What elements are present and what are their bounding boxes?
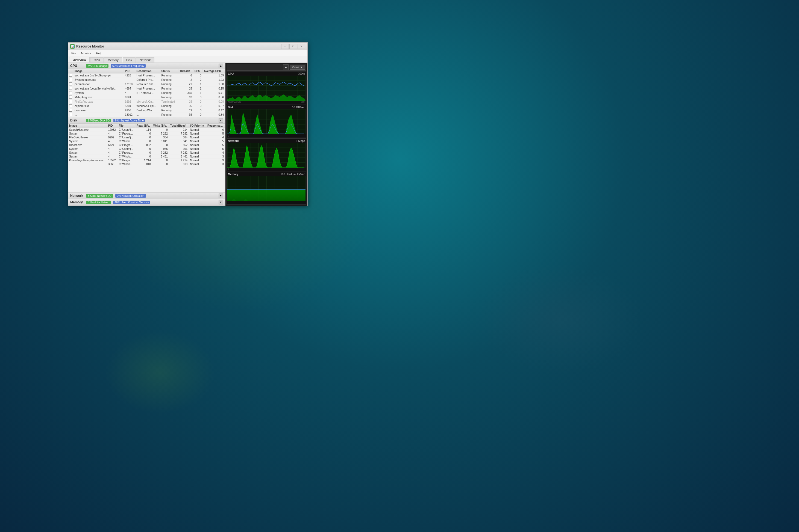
table-row[interactable]: System 4 C:\Windo... 0 5 041 5 041 Norma… — [68, 139, 225, 143]
table-row[interactable]: explorer.exe 5304 Windows Expl... Runnin… — [68, 104, 225, 108]
cpu-section-title: CPU — [70, 64, 84, 68]
row-cpu: 0 — [193, 100, 202, 104]
row-pid: 4 — [107, 139, 117, 143]
network-section-title: Network — [70, 194, 84, 197]
row-checkbox[interactable] — [68, 113, 73, 117]
tab-disk[interactable]: Disk — [123, 57, 135, 62]
tab-cpu[interactable]: CPU — [90, 57, 104, 62]
row-response: 5 — [206, 147, 225, 151]
cpu-section-header[interactable]: CPU 8% CPU Usage 62% Maximum Frequency ▲ — [68, 63, 225, 69]
disk-section-header[interactable]: Disk 2 MB/sec Disk I/O 9% Highest Active… — [68, 117, 225, 124]
title-bar: 📊 Resource Monitor − □ ✕ — [68, 43, 307, 50]
table-row[interactable]: System 4 C:\Windo... 0 5 461 5 461 Norma… — [68, 155, 225, 158]
row-checkbox[interactable] — [68, 73, 73, 78]
network-section-header[interactable]: Network 3 Kbps Network I/O 0% Network Ut… — [68, 193, 225, 199]
views-button[interactable]: Views ▼ — [290, 65, 305, 70]
cpu-graph-panel: CPU 100% 60 Seconds 0% — [226, 71, 306, 104]
table-row[interactable]: System 4 C:\Users\j... 0 956 956 Normal … — [68, 147, 225, 151]
expand-button[interactable]: ▶ — [283, 64, 289, 70]
network-graph-labels: 0 — [228, 168, 306, 170]
close-button[interactable]: ✕ — [297, 44, 305, 49]
row-checkbox[interactable] — [68, 100, 73, 104]
table-row[interactable]: svchost.exe (InvSvcGroup -p) 4228 Host P… — [68, 73, 225, 78]
row-priority: Normal — [189, 163, 206, 166]
row-checkbox[interactable] — [68, 78, 73, 82]
table-row[interactable]: System 4 NT Kernel & ... Running 365 1 0… — [68, 91, 225, 95]
col-image: Image — [73, 69, 124, 73]
table-row[interactable]: PowerToys.FancyZones.exe 15592 C:\Progra… — [68, 158, 225, 163]
tab-network[interactable]: Network — [136, 57, 154, 62]
col-total-d: Total (B/sec) — [169, 124, 188, 128]
cpu-graph-label-left: 60 Seconds — [228, 101, 241, 103]
row-checkbox[interactable] — [68, 95, 73, 100]
table-row[interactable]: MsMpEng.exe 6324 Running 62 0 0.56 — [68, 95, 225, 100]
row-image: System — [68, 147, 107, 151]
row-file: C:\Progra... — [117, 158, 135, 163]
table-row[interactable]: System 4 C:\Progra... 0 7 282 7 282 Norm… — [68, 132, 225, 136]
table-row[interactable]: System Interrupts Deferred Pro... Runnin… — [68, 78, 225, 82]
row-total: 384 — [169, 136, 188, 139]
row-image: MsMpEng.exe — [73, 95, 124, 100]
views-label: Views — [292, 66, 299, 69]
row-image: SearchHost.exe — [68, 128, 107, 132]
row-status: Running — [160, 104, 178, 108]
row-cpu: 0 — [193, 95, 202, 100]
row-avg-cpu: 0.15 — [202, 87, 225, 91]
table-row[interactable]: FileCoAuth.exe 9292 C:\Users\j... 0 384 … — [68, 136, 225, 139]
row-checkbox[interactable] — [68, 108, 73, 113]
network-collapse-button[interactable]: ▼ — [219, 193, 223, 198]
row-total: 862 — [169, 143, 188, 147]
memory-graph-panel: Memory 100 Hard Faults/sec 0 — [226, 172, 306, 205]
table-row[interactable]: dllhost.exe 6724 C:\Progra... 862 0 862 … — [68, 143, 225, 147]
minimize-button[interactable]: − — [281, 44, 289, 49]
col-image-d: Image — [68, 124, 107, 128]
menu-file[interactable]: File — [69, 51, 78, 55]
network-graph-canvas — [228, 143, 306, 168]
row-avg-cpu: 1.23 — [202, 78, 225, 82]
row-pid: 4 — [124, 91, 135, 95]
cpu-table-container: Image PID Description Status Threads CPU… — [68, 69, 225, 117]
memory-section-header[interactable]: Memory 0 Hard Faults/sec 46% Used Physic… — [68, 199, 225, 206]
table-row[interactable]: ... 3060 C:\Windo... 010 0 010 Normal 3 — [68, 163, 225, 166]
row-cpu: 1 — [193, 82, 202, 87]
row-total: 7 282 — [169, 151, 188, 155]
table-row[interactable]: FileCoAuth.exe 9292 Microsoft On... Term… — [68, 100, 225, 104]
table-row[interactable]: perfmon.exe 17120 Resource and... Runnin… — [68, 82, 225, 87]
menu-help[interactable]: Help — [94, 51, 104, 55]
row-write: 384 — [152, 136, 169, 139]
row-pid: 6324 — [124, 95, 135, 100]
row-status: Running — [160, 91, 178, 95]
row-checkbox[interactable] — [68, 104, 73, 108]
table-row[interactable]: SearchHost.exe 12032 C:\Users\j... 114 0… — [68, 128, 225, 132]
row-threads: 365 — [178, 91, 194, 95]
cpu-collapse-button[interactable]: ▲ — [219, 63, 223, 68]
row-image: System — [68, 139, 107, 143]
row-checkbox[interactable] — [68, 82, 73, 87]
row-pid: 9956 — [124, 108, 135, 113]
row-total: 5 041 — [169, 139, 188, 143]
row-image: dwm.exe — [73, 108, 124, 113]
window-icon: 📊 — [70, 44, 75, 49]
row-cpu: 1 — [193, 91, 202, 95]
disk-graph-value: 10 MB/sec — [292, 106, 305, 109]
tab-overview[interactable]: Overview — [69, 57, 90, 62]
row-write: 0 — [152, 128, 169, 132]
row-desc — [135, 95, 160, 100]
col-write-d: Write (B/s. — [152, 124, 169, 128]
memory-collapse-button[interactable]: ▼ — [219, 200, 223, 205]
row-threads: 19 — [178, 108, 194, 113]
row-avg-cpu: 1.39 — [202, 73, 225, 78]
table-row[interactable]: ... 13012 ... Running 35 0 0.34 — [68, 113, 225, 117]
table-row[interactable]: dwm.exe 9956 Desktop Win... Running 19 0… — [68, 108, 225, 113]
tab-memory[interactable]: Memory — [104, 57, 122, 62]
table-row[interactable]: svchost.exe (LocalServiceNoNet... 4684 H… — [68, 87, 225, 91]
cpu-graph-title-row: CPU 100% — [228, 72, 306, 76]
row-image: System — [68, 155, 107, 158]
row-image: svchost.exe (LocalServiceNoNet... — [73, 87, 124, 91]
maximize-button[interactable]: □ — [289, 44, 297, 49]
disk-collapse-button[interactable]: ▲ — [219, 118, 223, 122]
table-row[interactable]: System 4 C:\Progra... 0 7 282 7 282 Norm… — [68, 151, 225, 155]
row-checkbox[interactable] — [68, 91, 73, 95]
row-checkbox[interactable] — [68, 87, 73, 91]
menu-monitor[interactable]: Monitor — [79, 51, 93, 55]
